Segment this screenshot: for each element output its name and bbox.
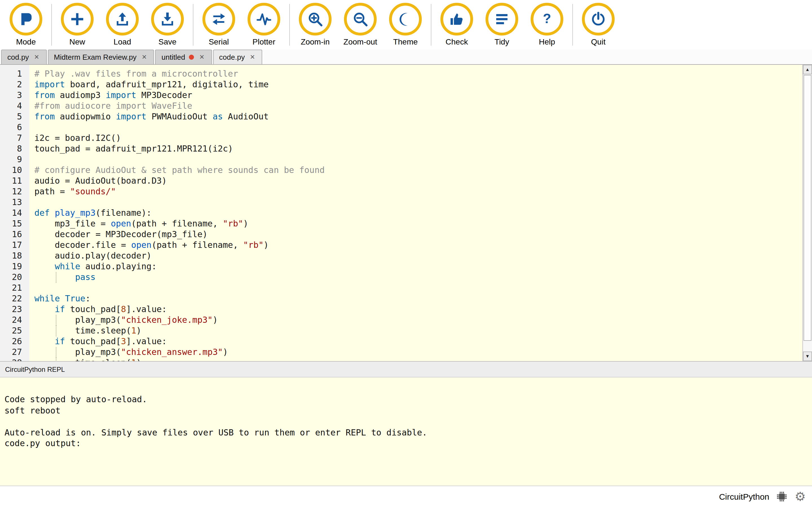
- code-line-24[interactable]: play_mp3("chicken_joke.mp3"): [35, 315, 812, 326]
- scroll-up-button[interactable]: ▲: [803, 65, 812, 74]
- line-number: 13: [0, 197, 22, 208]
- line-number: 16: [0, 229, 22, 240]
- line-number: 3: [0, 90, 22, 101]
- line-number: 18: [0, 251, 22, 262]
- tab-code.py[interactable]: code.py✕: [213, 50, 262, 64]
- line-number: 6: [0, 122, 22, 133]
- toolbar-separator: [431, 4, 432, 46]
- code-line-26[interactable]: if touch_pad[3].value:: [35, 336, 812, 347]
- code-line-28[interactable]: time.sleep(1): [35, 358, 812, 361]
- line-number: 28: [0, 358, 22, 362]
- repl-line: soft reboot: [4, 405, 808, 416]
- indent-guide: [56, 315, 56, 326]
- code-editor[interactable]: 1234567891011121314151617181920212223242…: [0, 65, 812, 362]
- code-line-8[interactable]: touch_pad = adafruit_mpr121.MPR121(i2c): [35, 144, 812, 154]
- help-button[interactable]: ?Help: [526, 3, 568, 46]
- quit-icon: [582, 3, 615, 36]
- code-line-15[interactable]: mp3_file = open(path + filename, "rb"): [35, 219, 812, 229]
- line-number: 22: [0, 293, 22, 304]
- code-line-1[interactable]: # Play .wav files from a microcontroller: [35, 69, 812, 79]
- tab-midterm-exam-review.py[interactable]: Midterm Exam Review.py✕: [48, 50, 154, 64]
- quit-button[interactable]: Quit: [577, 3, 619, 46]
- save-icon: [151, 3, 184, 36]
- line-number: 2: [0, 79, 22, 90]
- code-line-13[interactable]: [35, 197, 812, 208]
- status-mode-label: CircuitPython: [719, 492, 769, 501]
- tab-close-icon[interactable]: ✕: [198, 54, 206, 61]
- code-line-27[interactable]: play_mp3("chicken_answer.mp3"): [35, 347, 812, 358]
- zoom-out-label: Zoom-out: [343, 37, 377, 46]
- toolbar-separator: [572, 4, 573, 46]
- new-button[interactable]: New: [56, 3, 98, 46]
- line-number: 25: [0, 326, 22, 336]
- code-line-14[interactable]: def play_mp3(filename):: [35, 208, 812, 219]
- code-line-12[interactable]: path = "sounds/": [35, 186, 812, 197]
- tab-cod.py[interactable]: cod.py✕: [1, 50, 47, 64]
- line-number: 26: [0, 336, 22, 347]
- scroll-down-button[interactable]: ▼: [803, 351, 812, 361]
- code-line-20[interactable]: pass: [35, 272, 812, 283]
- plotter-label: Plotter: [253, 37, 275, 46]
- plotter-button[interactable]: Plotter: [243, 3, 285, 46]
- serial-button[interactable]: Serial: [198, 3, 240, 46]
- theme-button[interactable]: Theme: [385, 3, 426, 46]
- load-button[interactable]: Load: [101, 3, 143, 46]
- code-line-6[interactable]: [35, 122, 812, 133]
- tab-bar: cod.py✕Midterm Exam Review.py✕untitled✕c…: [0, 50, 812, 65]
- code-line-9[interactable]: [35, 154, 812, 165]
- code-line-2[interactable]: import board, adafruit_mpr121, digitalio…: [35, 79, 812, 90]
- toolbar-separator: [51, 4, 52, 46]
- scroll-up-icon: ▲: [805, 67, 810, 72]
- plotter-icon: [248, 3, 280, 36]
- tab-label: untitled: [161, 53, 185, 61]
- line-number: 15: [0, 219, 22, 229]
- code-line-11[interactable]: audio = AudioOut(board.D3): [35, 176, 812, 186]
- tidy-button[interactable]: Tidy: [481, 3, 523, 46]
- line-number: 11: [0, 176, 22, 186]
- code-line-7[interactable]: i2c = board.I2C(): [35, 133, 812, 144]
- code-line-22[interactable]: while True:: [35, 293, 812, 304]
- code-line-18[interactable]: audio.play(decoder): [35, 251, 812, 262]
- serial-icon: [202, 3, 235, 36]
- admin-gear-icon[interactable]: ⚙: [795, 490, 806, 503]
- editor-scrollbar[interactable]: ▲ ▼: [802, 65, 812, 361]
- indent-guide: [56, 326, 56, 336]
- tab-close-icon[interactable]: ✕: [33, 54, 40, 61]
- repl-line: Code stopped by auto-reload.: [4, 394, 808, 405]
- code-line-21[interactable]: [35, 283, 812, 293]
- scrollbar-thumb[interactable]: [804, 75, 811, 341]
- quit-label: Quit: [591, 37, 605, 46]
- line-number: 4: [0, 101, 22, 112]
- tab-label: code.py: [219, 53, 245, 61]
- code-area[interactable]: # Play .wav files from a microcontroller…: [29, 65, 812, 361]
- code-line-16[interactable]: decoder = MP3Decoder(mp3_file): [35, 229, 812, 240]
- code-line-5[interactable]: from audiopwmio import PWMAudioOut as Au…: [35, 112, 812, 122]
- repl-panel-title: CircuitPython REPL: [5, 365, 65, 373]
- line-number: 21: [0, 283, 22, 293]
- status-bar: CircuitPython ⚙: [0, 486, 812, 507]
- tab-close-icon[interactable]: ✕: [249, 54, 256, 61]
- mode-button[interactable]: Mode: [5, 3, 47, 46]
- code-line-4[interactable]: #from audiocore import WaveFile: [35, 101, 812, 112]
- code-line-17[interactable]: decoder.file = open(path + filename, "rb…: [35, 240, 812, 251]
- device-chip-icon[interactable]: [776, 490, 789, 503]
- tidy-icon: [486, 3, 518, 36]
- code-line-19[interactable]: while audio.playing:: [35, 262, 812, 272]
- code-line-25[interactable]: time.sleep(1): [35, 326, 812, 336]
- line-number: 5: [0, 112, 22, 122]
- help-label: Help: [539, 37, 555, 46]
- tab-close-icon[interactable]: ✕: [140, 54, 148, 61]
- check-button[interactable]: Check: [436, 3, 477, 46]
- zoom-in-button[interactable]: Zoom-in: [294, 3, 336, 46]
- code-line-3[interactable]: from audiomp3 import MP3Decoder: [35, 90, 812, 101]
- code-line-10[interactable]: # configure AudioOut & set path where so…: [35, 165, 812, 176]
- save-button[interactable]: Save: [147, 3, 188, 46]
- zoom-out-button[interactable]: Zoom-out: [340, 3, 381, 46]
- tab-untitled[interactable]: untitled✕: [155, 50, 212, 64]
- repl-line: Auto-reload is on. Simply save files ove…: [4, 427, 808, 438]
- code-line-23[interactable]: if touch_pad[8].value:: [35, 304, 812, 315]
- scrollbar-track[interactable]: [803, 74, 812, 351]
- repl-output[interactable]: Code stopped by auto-reload.soft reboot …: [0, 378, 812, 486]
- mode-icon: [10, 3, 42, 36]
- check-label: Check: [446, 37, 468, 46]
